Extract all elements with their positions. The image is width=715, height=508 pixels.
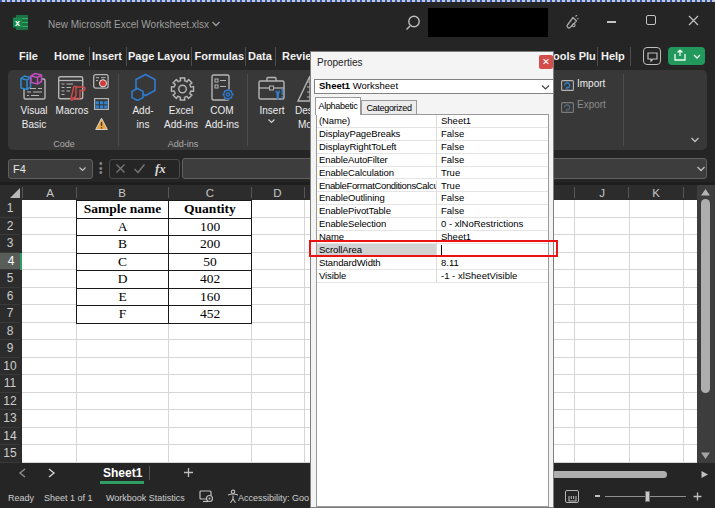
svg-text:x: x — [15, 18, 20, 28]
